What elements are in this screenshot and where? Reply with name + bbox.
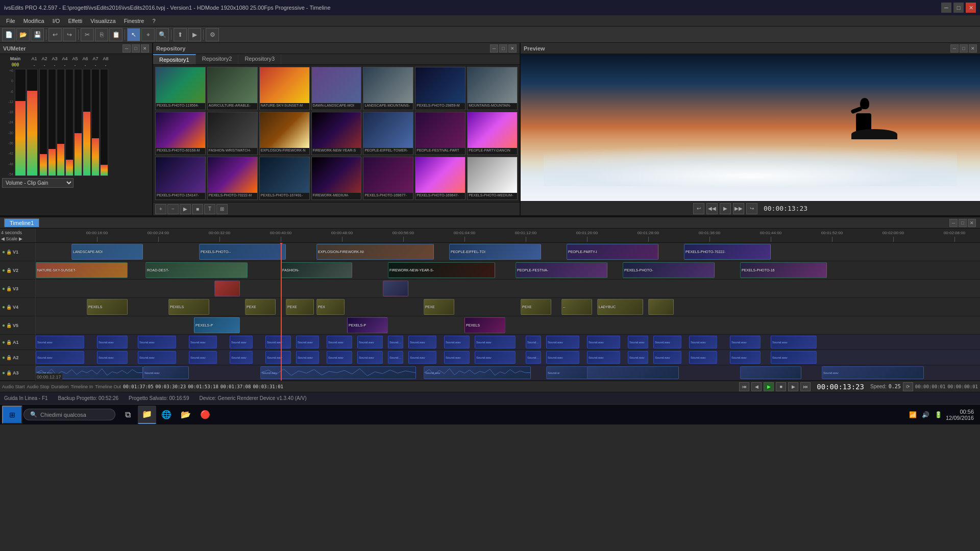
clip-v5-3[interactable]: PEXELS — [464, 317, 505, 333]
repo-item-16[interactable]: PEXELS-PHOTO-167491- — [259, 157, 310, 200]
track-eye-v3[interactable]: ● — [2, 286, 5, 291]
clip-v4-1[interactable]: PEXELS — [87, 299, 128, 315]
audio-clip-a2-19[interactable]: Sound.wav — [730, 351, 761, 364]
clip-v2-3[interactable]: FASHION- — [281, 262, 352, 278]
clip-v3-1[interactable] — [214, 281, 240, 296]
preview-rewind-btn[interactable]: ↩ — [693, 203, 704, 214]
repo-item-9[interactable]: EXPLOSION-FIREWORK-N — [259, 112, 310, 155]
audio-clip-a1-19[interactable]: Sound.wav — [730, 336, 761, 348]
audio-clip-a2-14[interactable]: Sound.wav — [546, 351, 579, 364]
audio-clip-a1-8[interactable]: Sound.wav — [357, 336, 383, 348]
repo-stop-btn[interactable]: ■ — [192, 204, 203, 214]
clip-v5-2[interactable]: PEXELS-P — [347, 317, 388, 333]
track-eye-a2[interactable]: ● — [2, 355, 5, 360]
start-button[interactable]: ⊞ — [2, 406, 22, 424]
audio-clip-a1-13[interactable]: Sound.wav — [526, 336, 541, 348]
audio-clip-a1-15[interactable]: Sound.wav — [587, 336, 620, 348]
taskbar-edge[interactable]: 🌐 — [157, 406, 176, 424]
repo-add-btn[interactable]: + — [155, 204, 166, 214]
audio-clip-a1-7[interactable]: Sound.wav — [327, 336, 352, 348]
repo-min-btn[interactable]: ─ — [490, 44, 498, 53]
clip-v2-4[interactable]: FIREWORK-NEW-YEAR-S- — [388, 262, 495, 278]
audio-waveform-a3-long[interactable]: Sound.wav — [822, 366, 924, 379]
clip-v3-2[interactable] — [383, 281, 408, 296]
audio-clip-a1-2[interactable]: Sound.wav — [138, 336, 176, 348]
save-btn[interactable]: 💾 — [31, 28, 44, 41]
clip-v4-10[interactable] — [648, 299, 674, 315]
clip-v1-2[interactable]: PEXELS-PHOTO-- — [199, 244, 286, 260]
track-eye-v2[interactable]: ● — [2, 267, 5, 273]
vumeter-min-btn[interactable]: ─ — [122, 44, 131, 53]
audio-clip-a1-16[interactable]: Sound.wav — [628, 336, 648, 348]
audio-clip-a2-17[interactable]: Sound.wav — [653, 351, 681, 364]
audio-waveform-a3-3[interactable]: Sound.wav — [260, 366, 416, 379]
repo-item-17[interactable]: FIREWORK-MEDIUM- — [311, 157, 362, 200]
clip-v1-3[interactable]: EXPLOSION-FIREWORK-NI — [316, 244, 434, 260]
repo-item-8[interactable]: FASHION-WRISTWATCH- — [207, 112, 258, 155]
track-eye-a1[interactable]: ● — [2, 339, 5, 345]
tray-network[interactable]: 📶 — [908, 410, 918, 419]
repo-remove-btn[interactable]: − — [167, 204, 179, 214]
audio-clip-a1-1[interactable]: Sound.wav — [97, 336, 128, 348]
audio-clip-a1-17[interactable]: Sound.wav — [653, 336, 681, 348]
repo-item-1[interactable]: AGRICULTURE-ARABLE- — [207, 67, 258, 110]
menu-effetti[interactable]: Effetti — [64, 17, 86, 25]
paste-btn[interactable]: 📋 — [109, 28, 122, 41]
export-btn[interactable]: ⬆ — [174, 28, 187, 41]
clip-v1-6[interactable]: PEXELS-PHOTO-70222- — [684, 244, 771, 260]
clip-v4-2[interactable]: PEXELS — [168, 299, 209, 315]
preview-close-btn[interactable]: ✕ — [969, 44, 977, 53]
preview-prev-frame-btn[interactable]: ◀◀ — [706, 203, 718, 214]
tray-battery[interactable]: 🔋 — [933, 410, 944, 419]
clip-v4-9[interactable]: LADYBUC — [597, 299, 643, 315]
timeline-tab-1[interactable]: Timeline1 — [4, 218, 39, 227]
repo-text-btn[interactable]: T — [204, 204, 215, 214]
audio-clip-a2-16[interactable]: Sound.wav — [628, 351, 648, 364]
audio-clip-a2-4[interactable]: Sound.wav — [230, 351, 253, 364]
volume-dropdown[interactable]: Volume - Clip Gain — [2, 178, 74, 188]
audio-clip-a2-15[interactable]: Sound.wav — [587, 351, 620, 364]
clip-v4-8[interactable]: -- — [561, 299, 592, 315]
clip-v1-1[interactable]: LANDSCAPE-MOI — [71, 244, 143, 260]
repo-close-btn[interactable]: ✕ — [508, 44, 517, 53]
audio-clip-a2-18[interactable]: Sound.wav — [689, 351, 717, 364]
clip-v5-1[interactable]: PEXELS-P — [194, 317, 240, 333]
repo-item-15[interactable]: PEXELS-PHOTO-70222-M — [207, 157, 258, 200]
audio-clip-a1-10[interactable]: Sound.wav — [408, 336, 436, 348]
zoom-btn[interactable]: 🔍 — [156, 28, 169, 41]
audio-clip-a1-4[interactable]: Sound.wav — [230, 336, 253, 348]
audio-clip-a1-9[interactable]: Sound.wav — [388, 336, 403, 348]
audio-clip-a1-18[interactable]: Sound.wav — [689, 336, 717, 348]
audio-clip-a1-3[interactable]: Sound.wav — [189, 336, 217, 348]
taskbar-search[interactable]: 🔍 Chiedimi qualcosa — [23, 409, 115, 420]
clip-v4-3[interactable]: PEXE — [245, 299, 276, 315]
tl-loop-btn[interactable]: ⟳ — [903, 382, 913, 391]
vumeter-max-btn[interactable]: □ — [132, 44, 140, 53]
menu-modifica[interactable]: Modifica — [19, 17, 48, 25]
preview-next-frame-btn[interactable]: ▶▶ — [733, 203, 744, 214]
audio-clip-a2-12[interactable]: Sound.wav — [475, 351, 516, 364]
tray-volume[interactable]: 🔊 — [920, 410, 931, 419]
clip-v2-5[interactable]: PEOPLE-FESTIVA- — [516, 262, 607, 278]
repo-max-btn[interactable]: □ — [499, 44, 507, 53]
audio-clip-a1-0[interactable]: Sound.wav — [36, 336, 84, 348]
clip-v4-7[interactable]: PEXE — [521, 299, 551, 315]
repo-item-14[interactable]: PEXELS-PHOTO-154147- — [155, 157, 206, 200]
render-btn[interactable]: ▶ — [188, 28, 201, 41]
track-lock-v1[interactable]: 🔒 — [6, 249, 12, 255]
audio-waveform-a3-6[interactable] — [587, 366, 679, 379]
audio-clip-a2-5[interactable]: Sound.wav — [265, 351, 291, 364]
repo-tab-3[interactable]: Repository3 — [238, 54, 281, 64]
tl-play-btn[interactable]: ▶ — [764, 382, 774, 391]
repo-item-20[interactable]: PEXELS-PHOTO-MEDIUM- — [467, 157, 518, 200]
clip-v4-6[interactable]: PEXE — [424, 299, 454, 315]
tl-next-btn[interactable]: ▶ — [788, 382, 798, 391]
audio-clip-a2-3[interactable]: Sound.wav — [189, 351, 217, 364]
track-lock-a1[interactable]: 🔒 — [6, 340, 12, 345]
repo-tab-2[interactable]: Repository2 — [196, 54, 239, 64]
taskbar-multitask[interactable]: ⧉ — [118, 406, 137, 424]
track-eye-a3[interactable]: ● — [2, 370, 5, 375]
preview-end-btn[interactable]: ↪ — [746, 203, 757, 214]
taskbar-clock[interactable]: 00:56 12/09/2016 — [946, 409, 974, 421]
preview-min-btn[interactable]: ─ — [950, 44, 959, 53]
